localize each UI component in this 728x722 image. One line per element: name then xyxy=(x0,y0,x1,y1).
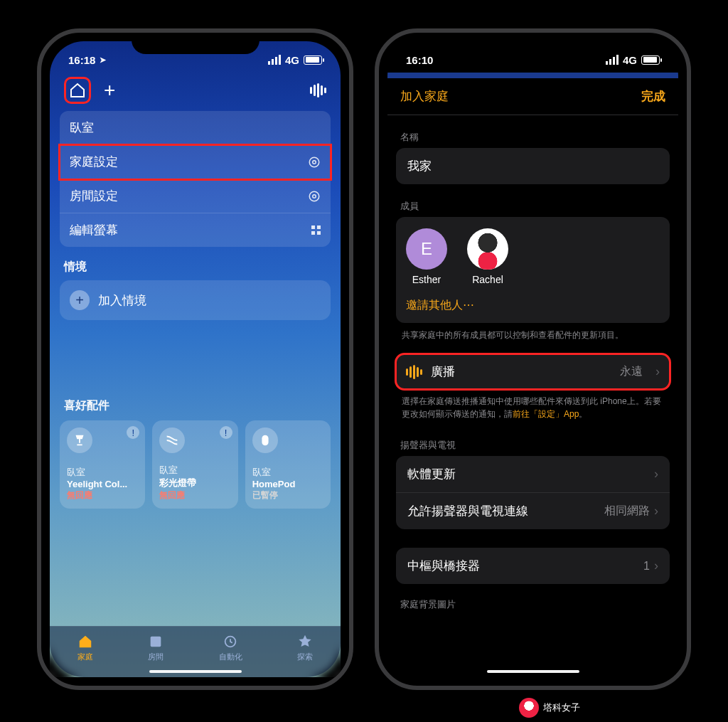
invite-others-button[interactable]: 邀請其他人⋯ xyxy=(406,294,660,316)
home-toolbar: + xyxy=(50,73,341,111)
modal-header: 加入家庭 完成 xyxy=(387,78,678,115)
add-scene-label: 加入情境 xyxy=(98,292,146,309)
tab-label: 自動化 xyxy=(219,652,242,662)
tab-discover[interactable]: 探索 xyxy=(297,634,313,662)
avatar xyxy=(467,228,508,270)
home-dropdown-menu: 臥室 家庭設定 房間設定 編輯螢 xyxy=(60,111,331,247)
tile-name: HomePod xyxy=(252,479,323,489)
row-label: 中樞與橋接器 xyxy=(407,558,480,574)
tile-name: 彩光燈帶 xyxy=(159,477,230,489)
tab-label: 家庭 xyxy=(77,652,93,662)
notch xyxy=(132,33,259,54)
battery-icon xyxy=(304,55,322,65)
tab-automation[interactable]: 自動化 xyxy=(219,634,242,662)
gear-icon xyxy=(308,190,321,203)
rooms-icon xyxy=(148,634,164,649)
alert-icon: ! xyxy=(220,426,232,439)
broadcast-footnote: 選擇在家庭傳送推播通知中使用哪些配件來傳送到此 iPhone上。若要更改如何顯示… xyxy=(387,389,678,420)
broadcast-row[interactable]: 廣播 永遠 › xyxy=(396,354,670,389)
menu-label: 臥室 xyxy=(70,120,94,136)
members-card: E Esther Rachel 邀請其他人⋯ xyxy=(396,217,670,323)
notch xyxy=(469,33,597,54)
accessory-tile[interactable]: ! 臥室 Yeelight Col... 無回應 xyxy=(60,420,145,509)
tile-room: 臥室 xyxy=(252,466,323,479)
menu-item-bedroom[interactable]: 臥室 xyxy=(60,111,331,145)
scenes-label: 情境 xyxy=(64,260,326,275)
phone-left: 16:18 ➤ 4G + xyxy=(37,28,353,690)
member-name: Rachel xyxy=(472,274,503,285)
background-section-label: 家庭背景圖片 xyxy=(400,598,665,611)
network-label: 4G xyxy=(285,54,299,66)
tile-name: Yeelight Col... xyxy=(67,479,138,489)
avatar: E xyxy=(406,228,447,270)
tab-label: 房間 xyxy=(148,652,164,662)
tile-room: 臥室 xyxy=(67,466,138,479)
chevron-right-icon: › xyxy=(654,467,658,482)
software-update-row[interactable]: 軟體更新 › xyxy=(396,456,670,493)
add-scene-button[interactable]: + 加入情境 xyxy=(60,280,331,320)
home-icon xyxy=(77,634,93,649)
row-value: 相同網路 xyxy=(604,504,650,519)
allow-speakers-row[interactable]: 允許揚聲器與電視連線 相同網路 › xyxy=(396,493,670,529)
row-label: 允許揚聲器與電視連線 xyxy=(407,503,528,519)
member-name: Esther xyxy=(412,274,441,285)
phone-right: 16:10 4G 加入家庭 完成 名稱 我家 xyxy=(375,28,691,690)
automation-icon xyxy=(223,634,238,649)
accessory-tile[interactable]: 臥室 HomePod 已暫停 xyxy=(245,420,331,509)
tab-rooms[interactable]: 房間 xyxy=(148,634,164,662)
tile-status: 已暫停 xyxy=(252,489,323,501)
lightstrip-icon xyxy=(159,428,185,453)
members-section-label: 成員 xyxy=(400,200,665,213)
svg-point-1 xyxy=(309,157,319,167)
member-item[interactable]: E Esther xyxy=(406,228,447,285)
status-time: 16:10 xyxy=(406,54,433,66)
accessory-tile[interactable]: ! 臥室 彩光燈帶 無回應 xyxy=(152,420,237,509)
member-item[interactable]: Rachel xyxy=(467,228,508,285)
home-app-screen: 16:18 ➤ 4G + xyxy=(50,41,341,677)
tab-home[interactable]: 家庭 xyxy=(77,634,93,662)
star-icon xyxy=(297,634,313,649)
lamp-icon xyxy=(67,428,92,453)
home-indicator xyxy=(149,670,242,673)
menu-item-edit-screen[interactable]: 編輯螢幕 xyxy=(60,213,331,247)
battery-icon xyxy=(641,55,660,65)
sheet-background-peek xyxy=(387,73,678,78)
menu-item-room-settings[interactable]: 房間設定 xyxy=(60,179,331,213)
signal-bars-icon xyxy=(606,55,619,65)
hubs-row[interactable]: 中樞與橋接器 1 › xyxy=(396,548,670,584)
home-indicator xyxy=(487,670,579,673)
tab-label: 探索 xyxy=(297,652,313,662)
chevron-right-icon: › xyxy=(654,504,658,519)
home-name-value: 我家 xyxy=(407,158,432,174)
favorites-row: ! 臥室 Yeelight Col... 無回應 ! 臥室 xyxy=(60,420,331,509)
home-name-row[interactable]: 我家 xyxy=(396,148,670,184)
tile-status: 無回應 xyxy=(67,489,138,501)
watermark-icon xyxy=(519,698,539,718)
plus-circle-icon: + xyxy=(70,290,90,310)
home-menu-button[interactable] xyxy=(64,77,91,104)
favorites-label: 喜好配件 xyxy=(64,398,326,413)
tile-room: 臥室 xyxy=(159,464,230,477)
members-footnote: 共享家庭中的所有成員都可以控制和查看配件的更新項目。 xyxy=(387,323,678,341)
menu-item-home-settings[interactable]: 家庭設定 xyxy=(60,145,331,179)
homepod-icon xyxy=(252,428,278,453)
gear-icon xyxy=(308,156,321,169)
signal-bars-icon xyxy=(268,55,281,65)
intercom-icon[interactable] xyxy=(310,83,326,97)
status-time: 16:18 xyxy=(68,54,95,66)
svg-point-3 xyxy=(309,191,319,201)
menu-label: 家庭設定 xyxy=(70,154,118,170)
settings-app-link[interactable]: 前往「設定」App xyxy=(513,409,579,419)
watermark-text: 塔科女子 xyxy=(543,701,580,714)
broadcast-value: 永遠 xyxy=(620,364,643,379)
done-button[interactable]: 完成 xyxy=(641,88,665,105)
chevron-right-icon: › xyxy=(655,364,660,379)
broadcast-label: 廣播 xyxy=(431,363,611,380)
speakers-section-label: 揚聲器與電視 xyxy=(400,439,665,452)
add-button[interactable]: + xyxy=(104,79,115,102)
chevron-right-icon: › xyxy=(654,558,658,573)
grid-icon xyxy=(311,225,321,235)
network-label: 4G xyxy=(623,54,637,66)
intercom-icon xyxy=(406,365,422,379)
row-value: 1 xyxy=(643,560,650,573)
